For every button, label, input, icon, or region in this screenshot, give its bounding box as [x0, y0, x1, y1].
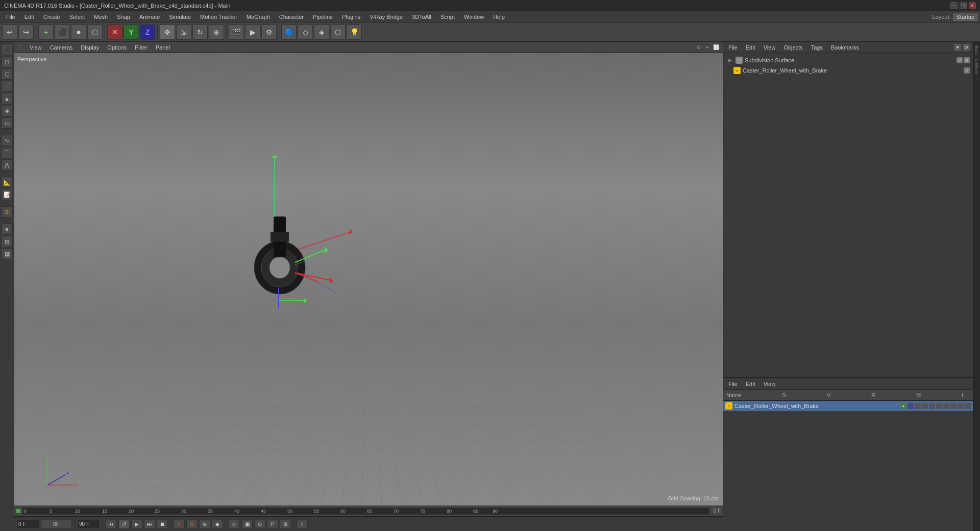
menu-mograph[interactable]: MoGraph: [242, 13, 274, 21]
scene-mgr-menu-view[interactable]: View: [762, 380, 778, 388]
viewport[interactable]: Perspective X Y Z: [14, 53, 723, 505]
object-item-subdivision[interactable]: ▶ ⬡ Subdivision Surface V R: [725, 55, 971, 65]
obj-caster-vis[interactable]: V: [964, 67, 970, 74]
render-settings[interactable]: ⚙: [261, 25, 277, 40]
minimize-button[interactable]: ─: [950, 2, 958, 9]
menu-create[interactable]: Create: [39, 13, 64, 21]
mode-x[interactable]: ✕: [107, 25, 122, 40]
obj-mgr-icon-1[interactable]: ▼: [954, 44, 961, 51]
menu-help[interactable]: Help: [489, 13, 509, 21]
menu-select[interactable]: Select: [65, 13, 89, 21]
obj-mgr-menu-objects[interactable]: Objects: [781, 43, 804, 52]
menu-plugins[interactable]: Plugins: [338, 13, 364, 21]
sidebar-poly-mode[interactable]: ⬡: [2, 68, 13, 80]
viewport-menu-panel[interactable]: Panel: [153, 43, 173, 52]
playback-play[interactable]: ▶: [131, 520, 142, 529]
menu-character[interactable]: Character: [275, 13, 308, 21]
transform-tool[interactable]: ⊕: [209, 25, 224, 40]
object-item-caster[interactable]: ○ Caster_Roller_Wheel_with_Brake V: [725, 65, 971, 76]
end-frame-input[interactable]: [77, 520, 100, 529]
obj-render-badge[interactable]: R: [964, 57, 970, 63]
fr-tab-1[interactable]: Basic: [974, 43, 980, 58]
sidebar-s-icon[interactable]: S: [2, 206, 13, 218]
cube-tool[interactable]: ⬛: [55, 25, 70, 40]
mode-z[interactable]: Z: [140, 25, 155, 40]
scene-ctrl-4[interactable]: [922, 403, 928, 409]
key-btn-5[interactable]: ⊞: [280, 520, 291, 529]
sidebar-measure[interactable]: 📐: [2, 177, 13, 188]
auto-key[interactable]: ⊙: [186, 520, 198, 529]
fr-tab-2[interactable]: Conform: [974, 59, 980, 74]
menu-file[interactable]: File: [2, 13, 19, 21]
scene-mgr-menu-file[interactable]: File: [726, 380, 740, 388]
viewport-menu-filter[interactable]: Filter: [132, 43, 150, 52]
menu-animate[interactable]: Animate: [135, 13, 164, 21]
deform-tool[interactable]: 🔵: [281, 25, 297, 40]
sidebar-magnet[interactable]: ⌒: [2, 147, 13, 158]
playback-stop[interactable]: ⏹: [157, 520, 168, 529]
playback-backward[interactable]: ↺: [118, 520, 130, 529]
scene-ctrl-7[interactable]: [943, 403, 949, 409]
viewport-menu-view[interactable]: View: [27, 43, 45, 52]
viewport-handle[interactable]: ⋮: [17, 44, 24, 51]
obj-mgr-menu-file[interactable]: File: [726, 43, 740, 52]
scene-render-ctrl[interactable]: [908, 403, 914, 409]
sidebar-render[interactable]: ▦: [2, 248, 13, 259]
sidebar-layer[interactable]: ≡: [2, 224, 13, 235]
sidebar-workplane[interactable]: ▭: [2, 117, 13, 129]
menu-3dtoall[interactable]: 3DToAll: [408, 13, 435, 21]
key-all[interactable]: ⊛: [199, 520, 210, 529]
record-button[interactable]: ●: [174, 520, 185, 529]
maximize-button[interactable]: □: [960, 2, 967, 9]
playback-backward-fast[interactable]: ⏮: [106, 520, 117, 529]
render-region[interactable]: 🎬: [229, 25, 244, 40]
menu-edit[interactable]: Edit: [20, 13, 38, 21]
light-tool[interactable]: 💡: [347, 25, 362, 40]
viewport-menu-cameras[interactable]: Cameras: [47, 43, 76, 52]
scene-vis-ctrl[interactable]: ●: [900, 403, 906, 409]
add-object-button[interactable]: +: [38, 25, 54, 40]
current-frame-input[interactable]: [16, 520, 39, 529]
frame-input-2[interactable]: 0F: [41, 520, 71, 529]
scene-item-caster[interactable]: ○ Caster_Roller_Wheel_with_Brake ●: [723, 401, 973, 411]
menu-motion-tracker[interactable]: Motion Tracker: [196, 13, 241, 21]
menu-script[interactable]: Script: [436, 13, 459, 21]
playback-forward[interactable]: ⏭: [144, 520, 155, 529]
scene-ctrl-5[interactable]: [929, 403, 935, 409]
sidebar-edge-mode[interactable]: ◻: [2, 56, 13, 67]
menu-window[interactable]: Window: [460, 13, 488, 21]
viewport-menu-display[interactable]: Display: [78, 43, 102, 52]
rotate-tool[interactable]: ↻: [192, 25, 208, 40]
timeline-options[interactable]: ≡: [297, 520, 308, 529]
sidebar-annotation[interactable]: 📝: [2, 189, 13, 200]
menu-simulate[interactable]: Simulate: [165, 13, 195, 21]
key-btn-2[interactable]: ▣: [241, 520, 253, 529]
paint-tool[interactable]: ◇: [298, 25, 313, 40]
sidebar-spline-pen[interactable]: ∿: [2, 135, 13, 146]
close-button[interactable]: ✕: [969, 2, 976, 9]
obj-mgr-menu-edit[interactable]: Edit: [744, 43, 757, 52]
sidebar-texture-mode[interactable]: ◈: [2, 105, 13, 116]
sculpt-tool[interactable]: ◈: [314, 25, 329, 40]
menu-vray[interactable]: V-Ray Bridge: [365, 13, 407, 21]
scene-ctrl-8[interactable]: [950, 403, 957, 409]
obj-mgr-menu-tags[interactable]: Tags: [809, 43, 825, 52]
scene-ctrl-10[interactable]: [965, 403, 971, 409]
mode-y[interactable]: Y: [124, 25, 139, 40]
obj-vis-badge[interactable]: V: [957, 57, 963, 63]
viewport-menu-options[interactable]: Options: [104, 43, 130, 52]
sidebar-snap[interactable]: ⊞: [2, 236, 13, 247]
sidebar-point-mode[interactable]: ·: [2, 81, 13, 92]
sidebar-model-mode[interactable]: ⬛: [2, 44, 13, 55]
layout-dropdown[interactable]: Startup: [953, 13, 978, 21]
redo-button[interactable]: ↪: [18, 25, 34, 40]
viewport-icon-2[interactable]: ⌖: [704, 44, 711, 51]
scene-ctrl-9[interactable]: [958, 403, 964, 409]
object-expand-icon[interactable]: ▶: [726, 57, 733, 64]
viewport-icon-3[interactable]: ⬜: [713, 44, 720, 51]
texture-tool[interactable]: ⬡: [330, 25, 346, 40]
obj-mgr-menu-view[interactable]: View: [762, 43, 778, 52]
sidebar-brush[interactable]: ⋀: [2, 159, 13, 171]
menu-mesh[interactable]: Mesh: [90, 13, 112, 21]
timeline-track[interactable]: 0 5 10 15 20 25 30 35 40 45 50 55 60 65 …: [22, 508, 709, 515]
